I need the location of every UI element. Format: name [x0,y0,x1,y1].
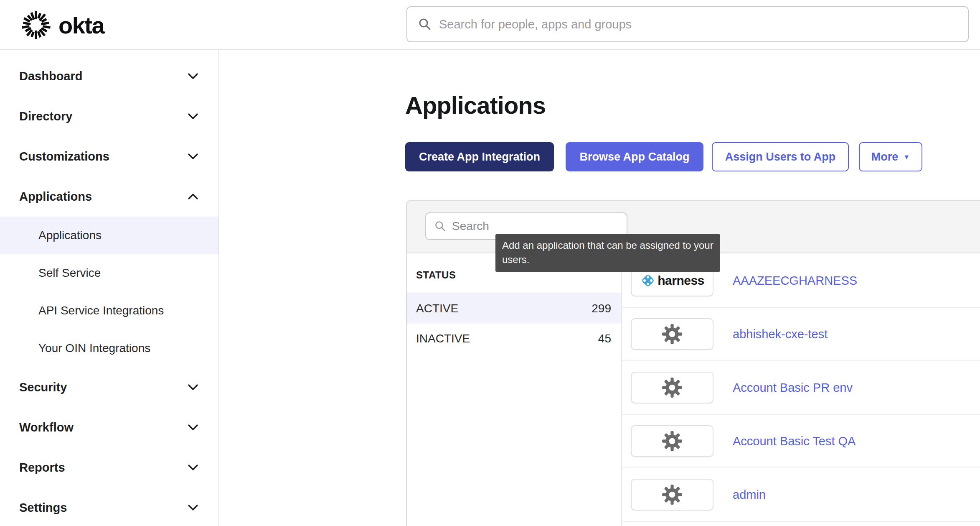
chevron-down-icon [188,464,198,471]
gear-icon [662,431,683,452]
app-link[interactable]: Account Basic Test QA [733,434,856,448]
sidebar-subitem-label: Applications [38,229,102,242]
chevron-down-icon [188,384,198,391]
sidebar-item-label: Directory [19,110,72,123]
gear-icon [662,377,683,398]
app-icon-card [631,318,713,350]
okta-wordmark: okta [58,12,104,39]
sidebar-subitem-label: API Service Integrations [38,304,164,317]
panel-body: STATUS ACTIVE 299 INACTIVE 45 [407,254,980,526]
app-icon-card [631,372,713,403]
sidebar-item-label: Applications [19,190,92,204]
caret-down-icon: ▼ [903,153,910,161]
sidebar-subitem-your-oin-integrations[interactable]: Your OIN Integrations [0,329,218,367]
sidebar-item-settings[interactable]: Settings [0,488,218,526]
okta-logo[interactable]: okta [19,8,104,42]
sidebar-subitem-self-service[interactable]: Self Service [0,254,218,292]
app-row: abhishek-cxe-test [622,308,980,361]
gear-icon [662,324,683,345]
create-app-integration-button[interactable]: Create App Integration [405,142,554,171]
status-label: ACTIVE [416,302,458,315]
page-title: Applications [405,91,546,119]
status-count: 45 [598,332,611,345]
okta-admin-window: okta Dashboard Directory Customizations [0,0,980,526]
app-icon-card [631,479,713,511]
status-label: INACTIVE [416,332,470,345]
sidebar-item-label: Settings [19,501,67,515]
global-search-input[interactable] [439,18,957,31]
sidebar-item-label: Workflow [19,421,74,434]
chevron-down-icon [188,73,198,79]
more-button[interactable]: More ▼ [859,142,922,171]
app-icon-card [631,425,713,457]
assign-users-to-app-button[interactable]: Assign Users to App [712,142,849,171]
sidebar-item-security[interactable]: Security [0,367,218,407]
chevron-down-icon [188,504,198,511]
sidebar-subitem-api-service-integrations[interactable]: API Service Integrations [0,292,218,329]
sidebar-item-dashboard[interactable]: Dashboard [0,56,218,96]
status-filter-column: STATUS ACTIVE 299 INACTIVE 45 [407,254,622,526]
tooltip: Add an application that can be assigned … [495,234,720,272]
sidebar-item-reports[interactable]: Reports [0,447,218,488]
sidebar-item-label: Customizations [19,150,109,163]
sidebar-item-applications[interactable]: Applications [0,176,218,217]
global-search[interactable] [406,6,969,42]
app-link[interactable]: admin [733,488,766,502]
app-row: Account Basic Test QA [622,415,980,468]
sidebar-item-label: Dashboard [19,69,82,83]
chevron-down-icon [188,113,198,120]
app-link[interactable]: AAAZEECGHARNESS [733,274,857,288]
more-button-label: More [871,151,899,163]
sidebar-item-label: Security [19,380,67,394]
search-icon [434,220,446,232]
sidebar-item-directory[interactable]: Directory [0,96,218,136]
app-row: admin [622,468,980,522]
sidebar-item-customizations[interactable]: Customizations [0,136,218,176]
status-count: 299 [592,302,611,315]
app-row: Account Basic PR env [622,361,980,415]
harness-logo-text: harness [658,273,704,288]
sidebar-nav: Dashboard Directory Customizations Appli… [0,50,219,526]
app-link[interactable]: Account Basic PR env [733,381,853,395]
chevron-down-icon [188,424,198,431]
okta-sunburst-icon [19,8,53,42]
harness-logo-icon [640,273,656,289]
chevron-up-icon [188,193,198,200]
gear-icon [662,484,683,505]
sidebar-subitem-label: Your OIN Integrations [38,342,150,355]
status-filter-active[interactable]: ACTIVE 299 [407,294,621,324]
top-header: okta [0,0,980,50]
status-filter-inactive[interactable]: INACTIVE 45 [407,324,621,354]
apps-search-input[interactable] [452,220,618,233]
browse-app-catalog-button[interactable]: Browse App Catalog [566,142,703,171]
sidebar-subitem-applications[interactable]: Applications [0,217,218,254]
sidebar-item-label: Reports [19,461,65,475]
search-icon [418,18,432,31]
sidebar-subitem-label: Self Service [38,266,101,280]
app-link[interactable]: abhishek-cxe-test [733,327,828,341]
sidebar-item-workflow[interactable]: Workflow [0,407,218,447]
app-list: harness AAAZEECGHARNESS [622,254,980,526]
chevron-down-icon [188,153,198,160]
